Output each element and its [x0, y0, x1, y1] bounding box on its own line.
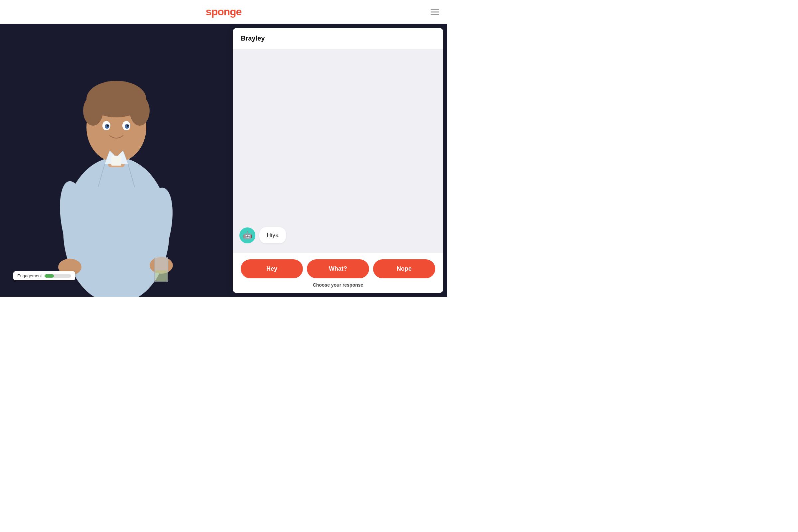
engagement-bar: Engagement: [13, 271, 75, 280]
response-buttons: Hey What? Nope: [241, 259, 435, 278]
avatar-emoji: 🤖: [243, 231, 252, 240]
main-content: Engagement Brayley 🤖 Hiya Hey What? Nope: [0, 24, 447, 297]
character-area: Engagement: [0, 24, 233, 297]
svg-rect-12: [111, 156, 121, 166]
hamburger-menu[interactable]: [431, 8, 439, 15]
svg-point-10: [107, 125, 109, 127]
message-bubble: Hiya: [259, 227, 286, 243]
svg-point-11: [127, 125, 129, 127]
response-btn-nope[interactable]: Nope: [373, 259, 435, 278]
chat-messages: 🤖 Hiya: [233, 49, 443, 253]
avatar: 🤖: [240, 227, 255, 243]
svg-rect-18: [155, 270, 167, 281]
response-btn-hey[interactable]: Hey: [241, 259, 303, 278]
engagement-progress-fill: [44, 274, 54, 278]
message-row: 🤖 Hiya: [240, 227, 437, 243]
app-logo: sponge: [206, 6, 242, 18]
character-figure: [46, 38, 186, 297]
app-header: sponge: [0, 0, 447, 24]
response-btn-what[interactable]: What?: [307, 259, 369, 278]
hamburger-line-1: [431, 8, 439, 10]
hamburger-line-3: [431, 14, 439, 15]
engagement-progress-track: [44, 274, 71, 278]
hamburger-line-2: [431, 11, 439, 12]
svg-point-5: [130, 96, 150, 126]
chat-header: Brayley: [233, 28, 443, 49]
svg-point-4: [83, 96, 103, 126]
character-svg: [46, 38, 186, 297]
chat-title: Brayley: [241, 35, 435, 42]
response-area: Hey What? Nope Choose your response: [233, 253, 443, 293]
chat-panel: Brayley 🤖 Hiya Hey What? Nope Choose you…: [233, 28, 443, 293]
response-hint: Choose your response: [241, 282, 435, 288]
engagement-label: Engagement: [17, 273, 42, 278]
